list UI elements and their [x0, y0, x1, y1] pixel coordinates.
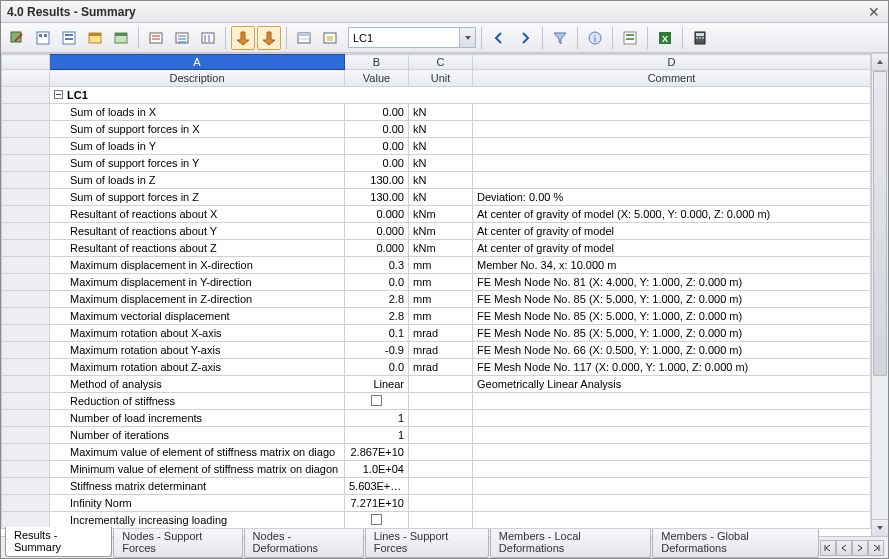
cell-comment[interactable]: At center of gravity of model (X: 5.000,… [473, 206, 871, 223]
tool-button-2[interactable] [31, 26, 55, 50]
table-row[interactable]: Sum of support forces in Y 0.00 kN [2, 155, 871, 172]
cell-unit[interactable]: mm [409, 308, 473, 325]
scroll-up-button[interactable] [872, 54, 888, 71]
tool-button-10[interactable] [257, 26, 281, 50]
cell-unit[interactable]: kNm [409, 240, 473, 257]
calculator-button[interactable] [688, 26, 712, 50]
cell-unit[interactable] [409, 461, 473, 478]
tab-results-summary[interactable]: Results - Summary [5, 527, 112, 557]
export-excel-button[interactable]: X [653, 26, 677, 50]
table-row[interactable]: Sum of loads in Z 130.00 kN [2, 172, 871, 189]
table-row[interactable]: Number of load increments 1 [2, 410, 871, 427]
row-header[interactable] [2, 376, 50, 393]
row-header[interactable] [2, 427, 50, 444]
cell-comment[interactable] [473, 138, 871, 155]
cell-value[interactable]: 130.00 [345, 189, 409, 206]
cell-description[interactable]: Resultant of reactions about Y [50, 223, 345, 240]
cell-value[interactable]: 0.000 [345, 223, 409, 240]
table-row[interactable]: Method of analysis Linear Geometrically … [2, 376, 871, 393]
cell-value[interactable]: 0.00 [345, 121, 409, 138]
cell-description[interactable]: Sum of loads in X [50, 104, 345, 121]
tool-button-9[interactable] [231, 26, 255, 50]
cell-value[interactable]: 0.00 [345, 104, 409, 121]
row-header[interactable] [2, 291, 50, 308]
row-header[interactable] [2, 495, 50, 512]
cell-description[interactable]: Number of iterations [50, 427, 345, 444]
table-row[interactable]: Sum of loads in X 0.00 kN [2, 104, 871, 121]
cell-unit[interactable] [409, 495, 473, 512]
cell-description[interactable]: Maximum rotation about X-axis [50, 325, 345, 342]
table-row[interactable]: Infinity Norm 7.271E+10 [2, 495, 871, 512]
cell-description[interactable]: Incrementally increasing loading [50, 512, 345, 529]
cell-comment[interactable]: Member No. 34, x: 10.000 m [473, 257, 871, 274]
scroll-thumb[interactable] [873, 71, 887, 376]
row-header[interactable] [2, 104, 50, 121]
chevron-down-icon[interactable] [459, 28, 475, 47]
cell-value[interactable]: 130.00 [345, 172, 409, 189]
table-row[interactable]: Maximum rotation about X-axis 0.1 mrad F… [2, 325, 871, 342]
cell-description[interactable]: Maximum displacement in Z-direction [50, 291, 345, 308]
cell-description[interactable]: Sum of support forces in Y [50, 155, 345, 172]
cell-unit[interactable] [409, 393, 473, 410]
cell-unit[interactable]: mm [409, 274, 473, 291]
cell-unit[interactable]: mrad [409, 342, 473, 359]
tool-button-1[interactable] [5, 26, 29, 50]
cell-description[interactable]: Maximum vectorial displacement [50, 308, 345, 325]
cell-comment[interactable] [473, 444, 871, 461]
cell-value[interactable] [345, 393, 409, 410]
row-header[interactable] [2, 444, 50, 461]
tool-button-3[interactable] [57, 26, 81, 50]
col-D[interactable]: D [473, 55, 871, 70]
row-header[interactable] [2, 308, 50, 325]
cell-comment[interactable] [473, 172, 871, 189]
table-row[interactable]: Number of iterations 1 [2, 427, 871, 444]
cell-value[interactable]: -0.9 [345, 342, 409, 359]
view-mode-button[interactable] [618, 26, 642, 50]
cell-value[interactable]: 1 [345, 410, 409, 427]
row-header[interactable] [2, 138, 50, 155]
table-row[interactable]: Maximum displacement in X-direction 0.3 … [2, 257, 871, 274]
cell-comment[interactable] [473, 512, 871, 529]
row-header[interactable] [2, 223, 50, 240]
row-header[interactable] [2, 240, 50, 257]
cell-comment[interactable] [473, 495, 871, 512]
row-header[interactable] [2, 359, 50, 376]
cell-comment[interactable]: At center of gravity of model [473, 223, 871, 240]
row-header[interactable] [2, 461, 50, 478]
cell-value[interactable]: 2.8 [345, 308, 409, 325]
cell-description[interactable]: Minimum value of element of stiffness ma… [50, 461, 345, 478]
col-comment[interactable]: Comment [473, 70, 871, 87]
cell-unit[interactable]: mrad [409, 359, 473, 376]
cell-value[interactable]: 5.603E+5776 [345, 478, 409, 495]
cell-comment[interactable]: Geometrically Linear Analysis [473, 376, 871, 393]
col-B[interactable]: B [345, 55, 409, 70]
tab-last-button[interactable] [868, 540, 884, 556]
table-row[interactable]: Maximum displacement in Z-direction 2.8 … [2, 291, 871, 308]
cell-description[interactable]: Sum of support forces in Z [50, 189, 345, 206]
vertical-scrollbar[interactable] [871, 54, 888, 536]
table-row[interactable]: Maximum vectorial displacement 2.8 mm FE… [2, 308, 871, 325]
table-row[interactable]: Resultant of reactions about Z 0.000 kNm… [2, 240, 871, 257]
cell-unit[interactable] [409, 512, 473, 529]
cell-description[interactable]: Number of load increments [50, 410, 345, 427]
cell-description[interactable]: Infinity Norm [50, 495, 345, 512]
table-row[interactable]: Maximum rotation about Y-axis -0.9 mrad … [2, 342, 871, 359]
cell-unit[interactable]: kN [409, 104, 473, 121]
cell-description[interactable]: Reduction of stiffness [50, 393, 345, 410]
cell-unit[interactable] [409, 427, 473, 444]
cell-description[interactable]: Stiffness matrix determinant [50, 478, 345, 495]
cell-description[interactable]: Resultant of reactions about X [50, 206, 345, 223]
cell-value[interactable]: 7.271E+10 [345, 495, 409, 512]
cell-value[interactable]: 2.8 [345, 291, 409, 308]
cell-comment[interactable] [473, 393, 871, 410]
row-header[interactable] [2, 257, 50, 274]
row-header[interactable] [2, 121, 50, 138]
cell-unit[interactable]: kN [409, 138, 473, 155]
cell-unit[interactable]: mm [409, 291, 473, 308]
table-row[interactable]: Maximum value of element of stiffness ma… [2, 444, 871, 461]
cell-comment[interactable] [473, 121, 871, 138]
row-header[interactable] [2, 274, 50, 291]
cell-value[interactable]: 0.00 [345, 155, 409, 172]
row-header[interactable] [2, 87, 50, 104]
cell-unit[interactable]: mm [409, 257, 473, 274]
